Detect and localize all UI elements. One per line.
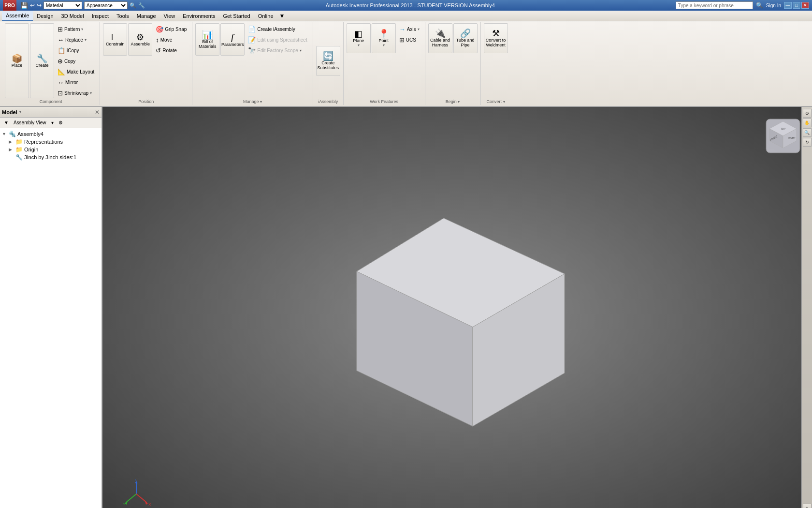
close-button[interactable]: ✕ — [801, 2, 809, 9]
expand-representations[interactable]: ▶ — [9, 139, 15, 144]
ribbon-toggle[interactable]: ▼ — [279, 13, 285, 19]
material-dropdown[interactable]: Material — [44, 1, 82, 9]
shrinkwrap-button[interactable]: ⊡ Shrinkwrap▾ — [55, 88, 97, 98]
make-layout-icon: 📐 — [58, 68, 65, 75]
view-dropdown[interactable]: ▾ — [49, 119, 56, 126]
panel-toolbar: ▼ Assembly View ▾ ⚙ — [0, 118, 102, 128]
convert-weldment-button[interactable]: ⚒ Convert toWeldment — [484, 23, 508, 53]
plane-button[interactable]: ◧ Plane▾ — [347, 23, 371, 53]
tube-pipe-label: Tube andPipe — [456, 38, 475, 47]
tree-item-origin[interactable]: ▶ 📁 Origin — [0, 146, 102, 153]
grip-snap-label: Grip Snap — [165, 27, 187, 32]
edit-factory-icon: 🔭 — [248, 47, 256, 54]
edit-spreadsheet-icon: 📝 — [248, 36, 256, 44]
create-substitutes-button[interactable]: 🔄 CreateSubstitutes — [316, 46, 340, 76]
constrain-button[interactable]: ⊢ Constrain — [103, 23, 127, 56]
tree-item-assembly4[interactable]: ▼ 🔩 Assembly4 — [0, 130, 102, 138]
expand-assembly4[interactable]: ▼ — [2, 132, 9, 136]
3d-cube — [308, 194, 579, 437]
parameters-button[interactable]: ƒ Parameters — [220, 23, 245, 56]
make-layout-button[interactable]: 📐 Make Layout — [55, 67, 97, 77]
mirror-icon: ↔ — [58, 79, 64, 86]
mirror-button[interactable]: ↔ Mirror — [55, 77, 97, 88]
tube-pipe-icon: 🔗 — [460, 29, 471, 38]
substitutes-icon: 🔄 — [323, 52, 334, 60]
pattern-button[interactable]: ⊞ Pattern▾ — [55, 24, 97, 34]
pan-btn[interactable]: ✋ — [803, 119, 812, 127]
copy-button[interactable]: ⊕ Copy — [55, 56, 97, 66]
menu-assemble[interactable]: Assemble — [2, 11, 33, 21]
menu-design[interactable]: Design — [33, 11, 57, 21]
expand-origin[interactable]: ▶ — [9, 147, 15, 152]
point-button[interactable]: 📍 Point▾ — [372, 23, 396, 53]
ucs-label: UCS — [406, 37, 416, 43]
title-bar: PRO 💾 ↩ ↪ Material Appearance 🔍 🔧 Autode… — [0, 0, 812, 11]
quick-access-undo[interactable]: ↩ — [30, 2, 35, 9]
replace-button[interactable]: ↔ Replace▾ — [55, 35, 97, 45]
menu-tools[interactable]: Tools — [113, 11, 133, 21]
place-button[interactable]: 📦 Place — [5, 23, 29, 98]
menu-inspect[interactable]: Inspect — [88, 11, 113, 21]
create-iassembly-button[interactable]: 📄 Create iAssembly — [246, 24, 309, 34]
panel-close-button[interactable]: ✕ — [95, 109, 100, 116]
zoom-btn[interactable]: 🔍 — [803, 128, 812, 137]
filter-button[interactable]: ▼ — [2, 119, 11, 126]
edit-spreadsheet-button[interactable]: 📝 Edit using Spreadsheet — [246, 35, 309, 45]
menu-online[interactable]: Online — [254, 11, 277, 21]
orbit-btn[interactable]: ↻ — [803, 138, 812, 147]
ucs-icon: ⊞ — [399, 36, 405, 44]
expand-part[interactable]: ▶ — [9, 155, 15, 160]
minimize-button[interactable]: — — [784, 2, 792, 9]
maximize-button[interactable]: □ — [793, 2, 800, 9]
quick-access-save[interactable]: 💾 — [20, 2, 28, 9]
pro-button[interactable]: PRO — [3, 0, 16, 11]
sign-in-btn[interactable]: Sign In — [766, 3, 781, 8]
create-button[interactable]: 🔧 Create — [30, 23, 54, 98]
axis-button[interactable]: → Axis▾ — [397, 24, 422, 34]
menu-get-started[interactable]: Get Started — [219, 11, 254, 21]
move-label: Move — [160, 37, 172, 43]
iassembly-group-label: iAssembly — [318, 98, 338, 104]
tube-pipe-button[interactable]: 🔗 Tube andPipe — [453, 23, 478, 53]
menu-manage[interactable]: Manage — [133, 11, 160, 21]
quick-access-redo[interactable]: ↪ — [37, 2, 42, 9]
menu-view[interactable]: View — [160, 11, 179, 21]
search-go-icon[interactable]: 🔍 — [756, 2, 763, 9]
edit-factory-label: Edit Factory Scope — [257, 48, 298, 53]
panel-dropdown-arrow[interactable]: ▾ — [19, 110, 21, 114]
copy-icon: ⊕ — [58, 58, 63, 65]
tree-item-part[interactable]: ▶ 🔧 3inch by 3inch sides:1 — [0, 153, 102, 161]
assemble-button[interactable]: ⚙ Assemble — [128, 23, 152, 56]
shrinkwrap-arrow: ▾ — [90, 91, 92, 95]
appearance-dropdown[interactable]: Appearance — [84, 1, 128, 9]
bom-label: Bill ofMaterials — [199, 39, 217, 49]
tree-item-representations[interactable]: ▶ 📁 Representations — [0, 138, 102, 146]
help-btn[interactable]: 🔧 — [138, 2, 145, 9]
search-input[interactable] — [676, 1, 753, 9]
menu-3d-model[interactable]: 3D Model — [58, 11, 88, 21]
move-button[interactable]: ↕ Move — [153, 35, 189, 45]
ucs-button[interactable]: ⊞ UCS — [397, 35, 422, 45]
icopy-button[interactable]: 📋 iCopy — [55, 45, 97, 56]
ribbon-group-iassembly: 🔄 CreateSubstitutes iAssembly — [313, 22, 344, 105]
navigation-cube[interactable]: TOP FRONT RIGHT — [764, 117, 802, 155]
zoom-in-btn[interactable]: + — [803, 504, 812, 508]
rotate-button[interactable]: ↺ Rotate — [153, 45, 189, 56]
bom-button[interactable]: 📊 Bill ofMaterials — [195, 23, 219, 56]
cable-harness-button[interactable]: 🔌 Cable andHarness — [428, 23, 452, 53]
point-icon: 📍 — [378, 30, 389, 38]
grip-snap-button[interactable]: 🎯 Grip Snap — [153, 24, 189, 34]
edit-factory-button[interactable]: 🔭 Edit Factory Scope▾ — [246, 45, 309, 56]
part-label: 3inch by 3inch sides:1 — [24, 154, 76, 160]
full-nav-wheel-btn[interactable]: ⊙ — [803, 109, 812, 118]
viewport-toolbar: ⊙ ✋ 🔍 ↻ + − — [801, 107, 812, 508]
rotate-label: Rotate — [162, 48, 176, 53]
manage-group-label: Manage ▾ — [243, 98, 262, 104]
svg-text:Y: Y — [123, 502, 126, 507]
constrain-label: Constrain — [106, 42, 125, 46]
origin-icon: 📁 — [15, 146, 23, 153]
3d-viewport[interactable]: TOP FRONT RIGHT ⊙ ✋ 🔍 ↻ + − — [102, 107, 812, 508]
menu-environments[interactable]: Environments — [179, 11, 219, 21]
place-label: Place — [12, 63, 23, 68]
properties-button[interactable]: ⚙ — [57, 119, 65, 126]
